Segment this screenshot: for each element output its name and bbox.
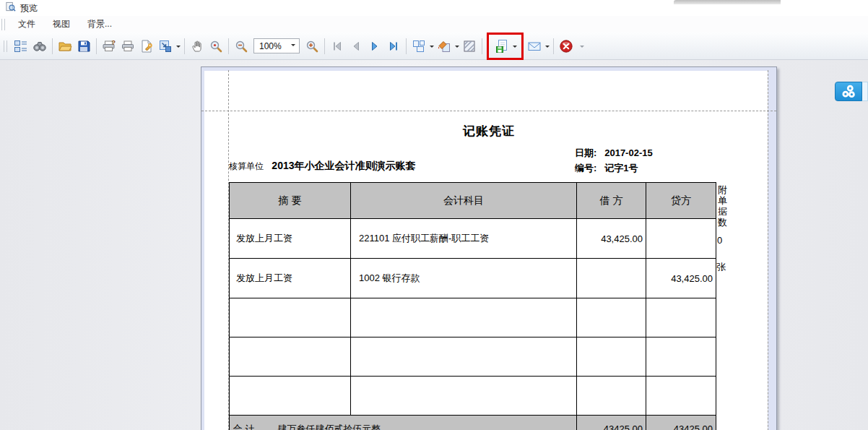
cell-total-text: 合 计 肆万叁仟肆佰贰拾伍元整 (230, 416, 577, 430)
toolbar-separator (482, 38, 482, 54)
first-page-icon[interactable] (328, 37, 347, 56)
cell-total-debit: 43425.00 (577, 416, 646, 430)
header-summary: 摘 要 (230, 183, 351, 219)
header-account: 会计科目 (351, 183, 577, 219)
total-label: 合 计 (230, 423, 255, 430)
toolbar-grip[interactable] (4, 40, 7, 52)
voucher-table: 摘 要 会计科目 借 方 贷方 发放上月工资 221101 应付职工薪酬-职工工… (229, 182, 716, 430)
prev-page-icon[interactable] (347, 37, 365, 56)
toolbar-separator (184, 38, 185, 54)
cell-debit (577, 337, 646, 377)
background-color-icon[interactable] (435, 37, 453, 56)
zoom-out-icon[interactable] (232, 37, 251, 56)
watermark-icon[interactable] (460, 37, 479, 56)
page-scale-dropdown[interactable] (176, 46, 181, 50)
menu-background[interactable]: 背景... (79, 16, 121, 33)
cell-summary: 发放上月工资 (230, 259, 351, 298)
header-credit: 贷方 (646, 183, 716, 219)
table-row: 发放上月工资 1002 银行存款 43,425.00 (230, 259, 716, 298)
zoom-level-dropdown[interactable] (291, 44, 295, 48)
multi-page-view-dropdown[interactable] (430, 46, 434, 50)
preview-workspace: 记账凭证 日期: 2017-02-15 核算单位 2013年小企业会计准则演示账… (0, 60, 868, 430)
cell-account (351, 337, 577, 377)
zoom-level-combobox[interactable]: 100% (253, 38, 300, 53)
print-icon[interactable] (118, 37, 137, 56)
table-total-row: 合 计 肆万叁仟肆佰贰拾伍元整 43425.00 43425.00 (230, 416, 716, 430)
toolbar-separator (228, 38, 229, 54)
accounting-unit: 核算单位 2013年小企业会计准则演示账套 (229, 160, 416, 173)
number-label: 编号: (575, 163, 596, 173)
title-bar: 预览 (0, 0, 868, 16)
voucher-number: 编号: 记字1号 (575, 162, 638, 175)
cell-summary (230, 298, 351, 337)
total-amount-in-words: 肆万叁仟肆佰贰拾伍元整 (277, 423, 381, 430)
attachment-count-value: 0 (717, 235, 722, 246)
netdisk-share-button[interactable] (835, 82, 862, 101)
table-row (230, 298, 716, 337)
cell-total-credit: 43425.00 (646, 416, 716, 430)
number-value: 记字1号 (604, 163, 638, 173)
voucher-date: 日期: 2017-02-15 (575, 147, 653, 160)
menu-view[interactable]: 视图 (44, 16, 79, 33)
print-dialog-icon[interactable]: ? (100, 37, 118, 56)
table-row (230, 337, 716, 377)
open-icon[interactable] (56, 37, 74, 56)
attachment-count-unit: 张 (716, 261, 726, 274)
page-edge-shade-left (201, 67, 204, 430)
email-dropdown[interactable] (545, 46, 550, 50)
save-icon[interactable] (74, 37, 93, 56)
background-color-dropdown[interactable] (455, 46, 459, 50)
toolbar-separator (324, 38, 325, 54)
date-label: 日期: (575, 147, 596, 158)
toolbar-overflow-dropdown[interactable] (580, 46, 584, 50)
zoom-in-icon[interactable] (303, 37, 321, 56)
toolbar: ? 100% (0, 33, 868, 60)
netdisk-overlay-edge[interactable] (862, 82, 868, 101)
header-debit: 借 方 (577, 183, 646, 219)
window-title: 预览 (20, 2, 38, 14)
export-icon[interactable] (492, 37, 511, 56)
menubar-grip[interactable] (1, 19, 5, 30)
cell-debit (577, 259, 646, 298)
toolbar-separator (52, 38, 53, 54)
cell-summary (230, 337, 351, 377)
page-scale-icon[interactable] (156, 37, 175, 56)
multi-page-view-icon[interactable] (409, 37, 428, 56)
export-dropdown[interactable] (513, 46, 517, 50)
netdisk-overlay (835, 82, 868, 101)
highlight-box (487, 33, 524, 60)
email-icon[interactable] (525, 37, 544, 56)
voucher-page: 记账凭证 日期: 2017-02-15 核算单位 2013年小企业会计准则演示账… (201, 66, 777, 430)
cell-debit: 43,425.00 (577, 219, 646, 259)
toolbar-separator (96, 38, 97, 54)
menu-file[interactable]: 文件 (9, 16, 44, 33)
cell-debit (577, 377, 646, 416)
date-value: 2017-02-15 (604, 147, 653, 158)
table-header-row: 摘 要 会计科目 借 方 贷方 (230, 183, 716, 219)
attachment-count-label: 附单据数 (718, 184, 729, 228)
zoom-tool-icon[interactable] (207, 37, 225, 56)
last-page-icon[interactable] (384, 37, 403, 56)
next-page-icon[interactable] (365, 37, 384, 56)
cell-credit (646, 337, 716, 377)
unit-label: 核算单位 (229, 161, 264, 171)
cell-summary: 发放上月工资 (230, 219, 351, 259)
page-edge-shade-right (768, 67, 776, 430)
margin-guide-top (201, 111, 776, 111)
voucher-title: 记账凭证 (201, 123, 776, 139)
close-icon[interactable] (557, 37, 576, 56)
cell-summary (230, 377, 351, 416)
pan-hand-icon[interactable] (188, 37, 207, 56)
find-icon[interactable] (30, 37, 49, 56)
page-setup-icon[interactable] (137, 37, 156, 56)
zoom-level-value: 100% (259, 41, 282, 51)
toolbar-separator (553, 38, 554, 54)
cell-account (351, 377, 577, 416)
svg-text:?: ? (112, 39, 116, 46)
cell-credit (646, 219, 716, 259)
menu-bar: 文件 视图 背景... (0, 16, 868, 33)
cell-debit (577, 298, 646, 337)
page-edge-shade-top (201, 67, 776, 71)
thumbnail-view-icon[interactable] (12, 37, 30, 56)
background-window-edge (674, 0, 781, 4)
